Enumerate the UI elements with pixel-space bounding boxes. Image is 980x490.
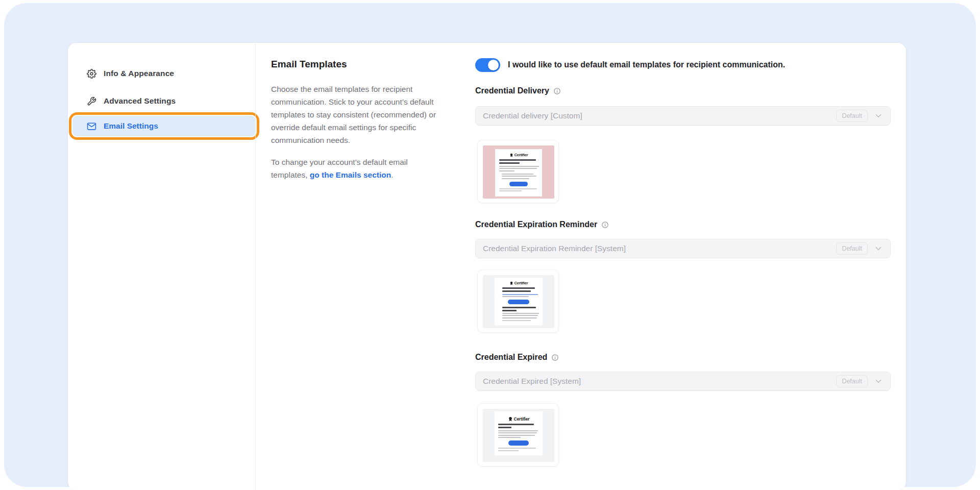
cta-button-shape (509, 182, 528, 186)
text-line (499, 168, 537, 169)
text-line (499, 190, 522, 191)
text-line (499, 166, 539, 167)
text-line (502, 174, 533, 175)
section-heading: Credential Expiration Reminder (475, 220, 597, 229)
section-heading: Credential Delivery (475, 86, 549, 95)
certifier-logo-icon (509, 281, 513, 285)
text-line (498, 427, 511, 428)
section-heading: Credential Expired (475, 353, 547, 362)
email-preview-body: Certifier (494, 411, 543, 456)
credential-expiration-reminder-select[interactable]: Credential Expiration Reminder [System] … (475, 239, 891, 258)
brand-name: Certifier (514, 281, 528, 285)
settings-card: Info & Appearance Advanced Settings Emai… (68, 43, 906, 490)
toggle-knob (488, 60, 499, 70)
chevron-down-icon (874, 111, 883, 120)
email-preview-body: Certifier (494, 277, 543, 326)
certifier-logo: Certifier (498, 281, 539, 285)
section-note: To change your account’s default email t… (271, 156, 445, 181)
credential-expired-select[interactable]: Credential Expired [System] Default (475, 372, 891, 391)
brand-name: Certifier (514, 416, 530, 422)
certifier-logo-icon (509, 153, 513, 157)
text-line (498, 437, 521, 438)
envelope-icon (87, 121, 96, 131)
note-suffix: . (391, 170, 393, 179)
text-line (499, 162, 520, 164)
credential-delivery-select[interactable]: Credential delivery [Custom] Default (475, 106, 891, 126)
brand-name: Certifier (514, 153, 528, 157)
text-line (502, 296, 529, 297)
toggle-label: I would like to use default email templa… (508, 60, 785, 69)
info-icon[interactable] (601, 221, 609, 229)
emails-section-link[interactable]: go the Emails section (310, 170, 391, 179)
default-badge: Default (836, 110, 868, 122)
chevron-down-icon (874, 377, 883, 386)
text-line (499, 188, 537, 189)
default-badge: Default (836, 242, 868, 255)
sidebar-divider (255, 43, 256, 490)
text-line (502, 307, 536, 308)
cta-button-shape (508, 440, 529, 446)
text-line (502, 315, 538, 316)
text-line (502, 313, 539, 314)
certifier-logo: Certifier (499, 153, 538, 157)
info-icon[interactable] (551, 354, 559, 361)
sidebar-item-advanced-settings[interactable]: Advanced Settings (87, 91, 240, 111)
default-templates-toggle[interactable] (475, 58, 500, 72)
email-preview-thumbnail: Certifier (477, 403, 559, 467)
text-line (498, 430, 538, 431)
credential-expiration-reminder-heading: Credential Expiration Reminder (475, 220, 609, 229)
sidebar-item-label: Info & Appearance (104, 69, 174, 78)
credential-expired-heading: Credential Expired (475, 353, 559, 362)
chevron-down-icon (874, 244, 883, 253)
text-line (502, 320, 531, 321)
email-preview-canvas: Certifier (483, 275, 554, 328)
text-line (498, 435, 535, 436)
text-line (502, 294, 538, 295)
select-value: Credential delivery [Custom] (476, 111, 836, 120)
sidebar-item-email-settings[interactable]: Email Settings (87, 116, 158, 136)
text-line (498, 450, 519, 451)
select-value: Credential Expired [System] (476, 377, 836, 386)
text-line (498, 448, 536, 449)
text-line (502, 317, 537, 318)
email-preview-canvas: Certifier (483, 145, 554, 199)
text-line (502, 287, 535, 289)
default-badge: Default (836, 375, 868, 387)
text-line (502, 178, 529, 179)
email-preview-body: Certifier (495, 149, 542, 197)
cta-button-shape (508, 300, 529, 304)
sidebar-item-info-appearance[interactable]: Info & Appearance (87, 63, 240, 84)
section-description: Choose the email templates for recipient… (271, 83, 445, 146)
text-line (499, 170, 514, 172)
text-line (502, 290, 531, 292)
email-preview-thumbnail: Certifier (477, 140, 559, 203)
text-line (502, 176, 536, 177)
text-line (498, 424, 534, 425)
select-value: Credential Expiration Reminder [System] (476, 244, 836, 253)
sidebar-item-label: Email Settings (104, 121, 158, 131)
certifier-logo-icon (508, 416, 513, 422)
text-line (502, 310, 517, 311)
wrench-icon (87, 96, 96, 106)
credential-delivery-heading: Credential Delivery (475, 86, 561, 95)
section-title: Email Templates (271, 59, 347, 70)
email-preview-thumbnail: Certifier (477, 270, 559, 333)
text-line (498, 432, 537, 433)
gear-icon (87, 69, 96, 79)
email-preview-canvas: Certifier (483, 409, 554, 462)
text-line (499, 159, 536, 161)
sidebar-item-label: Advanced Settings (104, 96, 176, 106)
certifier-logo: Certifier (498, 416, 539, 422)
info-icon[interactable] (553, 87, 561, 95)
